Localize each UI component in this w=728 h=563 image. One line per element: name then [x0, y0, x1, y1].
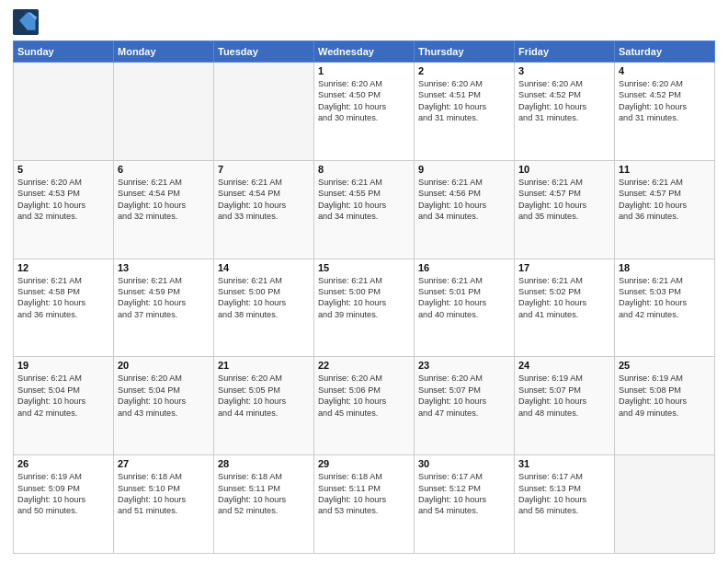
calendar-header-friday: Friday — [515, 41, 615, 63]
day-number: 1 — [318, 65, 410, 76]
day-info: Sunrise: 6:21 AM Sunset: 5:03 PM Dayligh… — [619, 275, 711, 321]
calendar-table: SundayMondayTuesdayWednesdayThursdayFrid… — [13, 40, 715, 554]
day-info: Sunrise: 6:21 AM Sunset: 4:58 PM Dayligh… — [17, 275, 109, 321]
day-number: 2 — [418, 65, 510, 76]
day-info: Sunrise: 6:17 AM Sunset: 5:12 PM Dayligh… — [418, 471, 510, 517]
day-info: Sunrise: 6:18 AM Sunset: 5:11 PM Dayligh… — [318, 471, 410, 517]
calendar-cell — [615, 455, 715, 554]
calendar-week-2: 5Sunrise: 6:20 AM Sunset: 4:53 PM Daylig… — [14, 160, 715, 259]
day-info: Sunrise: 6:21 AM Sunset: 5:00 PM Dayligh… — [218, 275, 310, 321]
logo-icon — [13, 9, 39, 35]
day-info: Sunrise: 6:21 AM Sunset: 4:59 PM Dayligh… — [118, 275, 210, 321]
day-info: Sunrise: 6:17 AM Sunset: 5:13 PM Dayligh… — [518, 471, 610, 517]
calendar-week-5: 26Sunrise: 6:19 AM Sunset: 5:09 PM Dayli… — [14, 455, 715, 554]
day-number: 26 — [17, 458, 109, 469]
day-info: Sunrise: 6:21 AM Sunset: 4:56 PM Dayligh… — [418, 177, 510, 223]
day-number: 3 — [518, 65, 610, 76]
day-number: 15 — [318, 262, 410, 273]
day-info: Sunrise: 6:20 AM Sunset: 5:04 PM Dayligh… — [118, 373, 210, 419]
calendar-cell: 18Sunrise: 6:21 AM Sunset: 5:03 PM Dayli… — [615, 259, 715, 357]
day-number: 23 — [418, 360, 510, 371]
calendar-cell: 4Sunrise: 6:20 AM Sunset: 4:52 PM Daylig… — [615, 63, 715, 161]
day-number: 5 — [17, 164, 109, 175]
calendar-cell: 19Sunrise: 6:21 AM Sunset: 5:04 PM Dayli… — [14, 357, 114, 455]
calendar-cell: 24Sunrise: 6:19 AM Sunset: 5:07 PM Dayli… — [515, 357, 615, 455]
calendar-cell: 9Sunrise: 6:21 AM Sunset: 4:56 PM Daylig… — [415, 160, 515, 259]
calendar-cell: 27Sunrise: 6:18 AM Sunset: 5:10 PM Dayli… — [114, 455, 214, 554]
calendar-cell: 11Sunrise: 6:21 AM Sunset: 4:57 PM Dayli… — [615, 160, 715, 259]
calendar-cell: 3Sunrise: 6:20 AM Sunset: 4:52 PM Daylig… — [515, 63, 615, 161]
calendar-header-thursday: Thursday — [415, 41, 515, 63]
calendar-header-row: SundayMondayTuesdayWednesdayThursdayFrid… — [14, 41, 715, 63]
day-number: 6 — [118, 164, 210, 175]
day-number: 12 — [17, 262, 109, 273]
calendar-cell: 17Sunrise: 6:21 AM Sunset: 5:02 PM Dayli… — [515, 259, 615, 357]
calendar-header-sunday: Sunday — [14, 41, 114, 63]
day-number: 9 — [418, 164, 510, 175]
day-info: Sunrise: 6:20 AM Sunset: 4:52 PM Dayligh… — [619, 78, 711, 124]
day-info: Sunrise: 6:20 AM Sunset: 5:06 PM Dayligh… — [318, 373, 410, 419]
calendar-cell: 13Sunrise: 6:21 AM Sunset: 4:59 PM Dayli… — [114, 259, 214, 357]
calendar-cell: 31Sunrise: 6:17 AM Sunset: 5:13 PM Dayli… — [515, 455, 615, 554]
calendar-week-3: 12Sunrise: 6:21 AM Sunset: 4:58 PM Dayli… — [14, 259, 715, 357]
calendar-cell: 2Sunrise: 6:20 AM Sunset: 4:51 PM Daylig… — [415, 63, 515, 161]
day-info: Sunrise: 6:21 AM Sunset: 4:55 PM Dayligh… — [318, 177, 410, 223]
calendar-cell — [14, 63, 114, 161]
day-number: 31 — [518, 458, 610, 469]
day-info: Sunrise: 6:20 AM Sunset: 4:52 PM Dayligh… — [518, 78, 610, 124]
day-info: Sunrise: 6:20 AM Sunset: 4:51 PM Dayligh… — [418, 78, 510, 124]
logo — [13, 9, 42, 35]
header — [13, 9, 715, 35]
calendar-week-4: 19Sunrise: 6:21 AM Sunset: 5:04 PM Dayli… — [14, 357, 715, 455]
day-info: Sunrise: 6:19 AM Sunset: 5:08 PM Dayligh… — [619, 373, 711, 419]
calendar-cell: 16Sunrise: 6:21 AM Sunset: 5:01 PM Dayli… — [415, 259, 515, 357]
day-number: 24 — [518, 360, 610, 371]
calendar-cell: 21Sunrise: 6:20 AM Sunset: 5:05 PM Dayli… — [214, 357, 314, 455]
calendar-cell: 6Sunrise: 6:21 AM Sunset: 4:54 PM Daylig… — [114, 160, 214, 259]
page: SundayMondayTuesdayWednesdayThursdayFrid… — [0, 0, 728, 563]
day-info: Sunrise: 6:21 AM Sunset: 5:04 PM Dayligh… — [17, 373, 109, 419]
day-info: Sunrise: 6:21 AM Sunset: 5:02 PM Dayligh… — [518, 275, 610, 321]
day-info: Sunrise: 6:18 AM Sunset: 5:10 PM Dayligh… — [118, 471, 210, 517]
day-info: Sunrise: 6:20 AM Sunset: 4:53 PM Dayligh… — [17, 177, 109, 223]
day-info: Sunrise: 6:21 AM Sunset: 4:54 PM Dayligh… — [218, 177, 310, 223]
calendar-cell: 12Sunrise: 6:21 AM Sunset: 4:58 PM Dayli… — [14, 259, 114, 357]
day-info: Sunrise: 6:18 AM Sunset: 5:11 PM Dayligh… — [218, 471, 310, 517]
calendar-header-tuesday: Tuesday — [214, 41, 314, 63]
day-number: 16 — [418, 262, 510, 273]
calendar-cell: 26Sunrise: 6:19 AM Sunset: 5:09 PM Dayli… — [14, 455, 114, 554]
calendar-cell: 1Sunrise: 6:20 AM Sunset: 4:50 PM Daylig… — [314, 63, 415, 161]
day-number: 29 — [318, 458, 410, 469]
calendar-cell: 23Sunrise: 6:20 AM Sunset: 5:07 PM Dayli… — [415, 357, 515, 455]
day-info: Sunrise: 6:19 AM Sunset: 5:07 PM Dayligh… — [518, 373, 610, 419]
day-info: Sunrise: 6:21 AM Sunset: 4:57 PM Dayligh… — [518, 177, 610, 223]
calendar-cell: 10Sunrise: 6:21 AM Sunset: 4:57 PM Dayli… — [515, 160, 615, 259]
day-info: Sunrise: 6:20 AM Sunset: 4:50 PM Dayligh… — [318, 78, 410, 124]
day-info: Sunrise: 6:20 AM Sunset: 5:07 PM Dayligh… — [418, 373, 510, 419]
day-number: 13 — [118, 262, 210, 273]
calendar-cell: 15Sunrise: 6:21 AM Sunset: 5:00 PM Dayli… — [314, 259, 415, 357]
day-number: 10 — [518, 164, 610, 175]
calendar-cell — [214, 63, 314, 161]
day-info: Sunrise: 6:21 AM Sunset: 5:00 PM Dayligh… — [318, 275, 410, 321]
day-info: Sunrise: 6:21 AM Sunset: 4:57 PM Dayligh… — [619, 177, 711, 223]
day-number: 28 — [218, 458, 310, 469]
calendar-cell — [114, 63, 214, 161]
calendar-header-wednesday: Wednesday — [314, 41, 415, 63]
day-number: 30 — [418, 458, 510, 469]
day-info: Sunrise: 6:21 AM Sunset: 4:54 PM Dayligh… — [118, 177, 210, 223]
calendar-cell: 30Sunrise: 6:17 AM Sunset: 5:12 PM Dayli… — [415, 455, 515, 554]
day-number: 25 — [619, 360, 711, 371]
calendar-header-saturday: Saturday — [615, 41, 715, 63]
calendar-header-monday: Monday — [114, 41, 214, 63]
calendar-cell: 20Sunrise: 6:20 AM Sunset: 5:04 PM Dayli… — [114, 357, 214, 455]
calendar-cell: 5Sunrise: 6:20 AM Sunset: 4:53 PM Daylig… — [14, 160, 114, 259]
calendar-cell: 25Sunrise: 6:19 AM Sunset: 5:08 PM Dayli… — [615, 357, 715, 455]
calendar-cell: 14Sunrise: 6:21 AM Sunset: 5:00 PM Dayli… — [214, 259, 314, 357]
day-number: 20 — [118, 360, 210, 371]
day-info: Sunrise: 6:19 AM Sunset: 5:09 PM Dayligh… — [17, 471, 109, 517]
day-number: 14 — [218, 262, 310, 273]
day-number: 7 — [218, 164, 310, 175]
day-number: 8 — [318, 164, 410, 175]
day-number: 19 — [17, 360, 109, 371]
